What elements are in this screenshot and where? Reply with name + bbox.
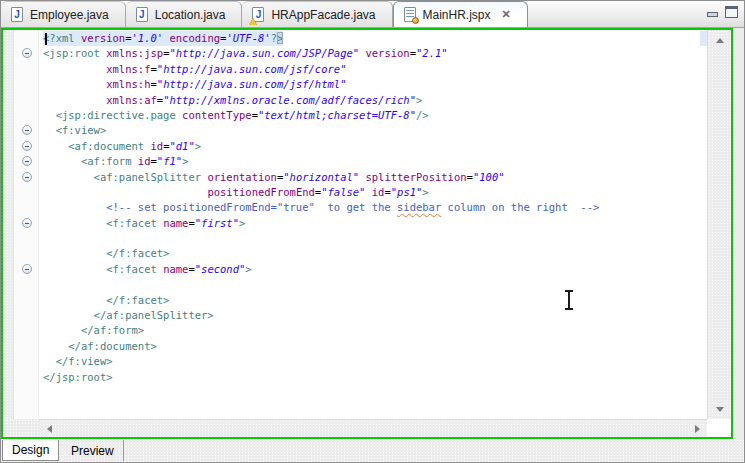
- java-file-icon: J: [251, 7, 266, 23]
- code-token-plain: [43, 263, 106, 275]
- code-token-val: "http://xmlns.oracle.com/adf/faces/rich": [163, 94, 416, 106]
- code-line: <f:view>: [43, 123, 599, 138]
- code-token-attr: version: [81, 32, 125, 44]
- horizontal-scrollbar[interactable]: [39, 419, 707, 437]
- collapse-icon[interactable]: [22, 172, 32, 182]
- code-token-tag: >: [195, 140, 201, 152]
- code-token-attr: xmlns:f: [106, 63, 150, 75]
- page-tab-design[interactable]: Design: [2, 440, 59, 461]
- code-token-tag: </af:document>: [68, 340, 157, 352]
- collapse-icon[interactable]: [22, 156, 32, 166]
- code-line: <jsp:directive.page contentType="text/ht…: [43, 108, 599, 123]
- code-area[interactable]: <?xml version='1.0' encoding='UTF-8'?><j…: [40, 30, 707, 419]
- code-line-content: <?xml version='1.0' encoding='UTF-8'?>: [43, 31, 283, 46]
- code-token-tag: <f:view>: [56, 124, 107, 136]
- code-token-tag: </af:form>: [81, 324, 144, 336]
- scroll-down-icon[interactable]: [708, 401, 732, 417]
- collapse-icon[interactable]: [22, 218, 32, 228]
- code-token-attr: orientation: [207, 171, 277, 183]
- code-line-content: xmlns:f="http://java.sun.com/jsf/core": [43, 62, 346, 77]
- source-editor: <?xml version='1.0' encoding='UTF-8'?><j…: [1, 28, 733, 439]
- collapse-icon[interactable]: [22, 264, 32, 274]
- code-token-plain: [43, 340, 68, 352]
- code-line: </f:facet>: [43, 293, 599, 308]
- code-line-content: <f:facet name="first">: [43, 216, 245, 231]
- scroll-right-icon[interactable]: [689, 420, 705, 438]
- code-line: <f:facet name="first">: [43, 216, 599, 231]
- page-tab-preview[interactable]: Preview: [62, 440, 124, 461]
- code-token-attr: contentType: [182, 109, 252, 121]
- maximize-view-icon[interactable]: [725, 6, 738, 18]
- code-line-content: <af:document id="d1">: [43, 139, 201, 154]
- code-line-content: [43, 277, 49, 292]
- code-token-val: "2.1": [416, 47, 448, 59]
- code-token-val: "false": [321, 186, 365, 198]
- code-token-tag: <jsp:root: [43, 47, 106, 59]
- close-icon[interactable]: ✕: [502, 9, 511, 20]
- code-line: xmlns:af="http://xmlns.oracle.com/adf/fa…: [43, 93, 599, 108]
- minimize-view-icon[interactable]: [706, 7, 718, 18]
- vertical-scrollbar[interactable]: [707, 30, 731, 419]
- code-token-tag: >: [416, 94, 422, 106]
- code-token-tag: />: [416, 109, 429, 121]
- code-line-content: <f:facet name="second">: [43, 262, 252, 277]
- code-line: <f:facet name="second">: [43, 262, 599, 277]
- code-line: </af:form>: [43, 323, 599, 338]
- code-token-attr: version: [365, 47, 409, 59]
- editor-window: JEmployee.javaJLocation.javaJHRAppFacade…: [0, 0, 745, 463]
- code-line: [43, 231, 599, 246]
- code-token-plain: [43, 155, 81, 167]
- code-token-attr: id: [372, 186, 385, 198]
- jspx-file-icon: [403, 7, 418, 23]
- code-token-misspell: sidebar: [397, 201, 441, 213]
- code-line: xmlns:h="http://java.sun.com/jsf/html": [43, 77, 599, 92]
- code-token-val: "f1": [157, 155, 182, 167]
- code-token-plain: [43, 294, 106, 306]
- code-line-content: xmlns:h="http://java.sun.com/jsf/html": [43, 77, 346, 92]
- collapse-icon[interactable]: [22, 125, 32, 135]
- code-line: <jsp:root xmlns:jsp="http://java.sun.com…: [43, 46, 599, 61]
- scrollbar-corner: [3, 419, 39, 437]
- code-token-tag: </af:panelSplitter>: [94, 309, 214, 321]
- editor-tab-location-java[interactable]: JLocation.java: [126, 1, 243, 27]
- code-line-content: <f:view>: [43, 123, 106, 138]
- page-view-tab-bar: DesignPreview: [1, 439, 744, 463]
- current-line-highlight-fragment: [700, 31, 707, 46]
- scroll-up-icon[interactable]: [708, 32, 732, 48]
- code-token-val: "100": [473, 171, 505, 183]
- annotation-ruler[interactable]: [3, 30, 14, 437]
- code-token-plain: [43, 186, 207, 198]
- code-token-attr: name: [163, 217, 188, 229]
- code-lines: <?xml version='1.0' encoding='UTF-8'?><j…: [43, 31, 599, 385]
- code-line-content: </f:facet>: [43, 246, 169, 261]
- code-line: [43, 277, 599, 292]
- code-token-plain: [43, 171, 94, 183]
- code-token-plain: [43, 217, 106, 229]
- code-line-content: <af:panelSplitter orientation="horizonta…: [43, 170, 505, 185]
- collapse-icon[interactable]: [22, 141, 32, 151]
- code-token-tag: <af:form: [81, 155, 138, 167]
- code-token-val: '1.0': [132, 32, 164, 44]
- code-token-attr: xmlns:jsp: [106, 47, 163, 59]
- code-token-val: "d1": [169, 140, 194, 152]
- editor-tab-mainhr-jspx[interactable]: MainHR.jspx✕: [393, 1, 528, 27]
- code-token-tag: <af:document: [68, 140, 150, 152]
- code-line-content: </af:form>: [43, 323, 144, 338]
- code-token-val: "ps1": [391, 186, 423, 198]
- code-line-content: </f:view>: [43, 354, 113, 369]
- code-token-plain: [43, 324, 81, 336]
- code-token-plain: [43, 109, 56, 121]
- view-buttons: [706, 6, 738, 18]
- code-line-content: [43, 231, 49, 246]
- code-token-val: "horizontal": [283, 171, 359, 183]
- editor-tab-hrappfacade-java[interactable]: JHRAppFacade.java: [242, 1, 392, 27]
- code-line-content: <jsp:directive.page contentType="text/ht…: [43, 108, 429, 123]
- scroll-left-icon[interactable]: [41, 420, 57, 438]
- code-token-tag: <f:facet: [106, 263, 163, 275]
- code-line-content: <af:form id="f1">: [43, 154, 188, 169]
- code-line-content: </af:panelSplitter>: [43, 308, 214, 323]
- collapse-icon[interactable]: [22, 48, 32, 58]
- code-token-plain: [43, 124, 56, 136]
- editor-tab-employee-java[interactable]: JEmployee.java: [1, 1, 126, 27]
- text-caret: [45, 33, 47, 45]
